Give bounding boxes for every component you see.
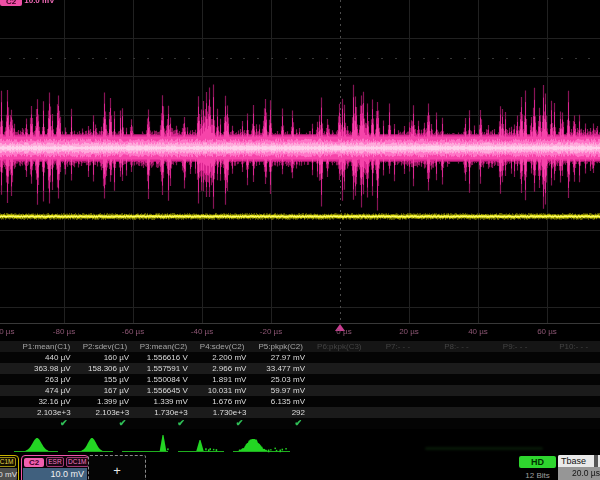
measure-cell: 2.103e+3	[76, 407, 135, 418]
measure-cell	[427, 396, 486, 407]
measure-cell: 440 µV	[17, 352, 76, 363]
measure-cell: 474 µV	[17, 385, 76, 396]
measure-column-7: P7:- - -	[369, 341, 428, 429]
channel-c1-descriptor[interactable]: DC1M 10.0 mV	[0, 455, 19, 480]
measure-cell: 1.676 mV	[193, 396, 252, 407]
timebase-descriptor[interactable]: Tbase 20.0 µs	[558, 455, 600, 480]
c1-coupling-badge: DC1M	[0, 457, 16, 467]
measure-cell: 1.556645 V	[134, 385, 193, 396]
measure-cell: 1.339 mV	[134, 396, 193, 407]
measure-cell: 59.97 mV	[251, 385, 310, 396]
measure-header[interactable]: P5:pkpk(C2)	[251, 341, 310, 352]
measure-header[interactable]: P10:- - -	[544, 341, 600, 352]
measure-cell: 32.16 µV	[17, 396, 76, 407]
measure-cell	[427, 352, 486, 363]
measure-status	[310, 418, 369, 429]
time-axis-label: 60 µs	[537, 327, 557, 336]
time-axis-label: 20 µs	[399, 327, 419, 336]
descriptor-bar: DC1M 10.0 mV C2 ESR DC1M 10.0 mV + HD 12…	[0, 453, 600, 480]
channel-c2-descriptor[interactable]: C2 ESR DC1M 10.0 mV	[21, 455, 89, 480]
measure-cell: 2.103e+3	[17, 407, 76, 418]
measure-cell	[310, 352, 369, 363]
measure-cell: 10.031 mV	[193, 385, 252, 396]
histicon-smear	[425, 447, 543, 450]
trace-annotation-value: 10.0 mV	[24, 0, 54, 6]
measure-cell: 363.98 µV	[17, 363, 76, 374]
measure-cell	[544, 352, 600, 363]
measure-status: ✔	[134, 418, 193, 429]
time-axis-label: 40 µs	[468, 327, 488, 336]
measure-cell	[486, 374, 545, 385]
oscilloscope-screen: C2 10.0 mV -100 µs-80 µs-60 µs-40 µs-20 …	[0, 0, 600, 480]
measure-cell: 1.730e+3	[134, 407, 193, 418]
measure-column-3: P3:mean(C2)1.556616 V1.557591 V1.550084 …	[134, 341, 193, 429]
plus-icon: +	[113, 463, 121, 478]
measure-cell: 155 µV	[76, 374, 135, 385]
hd-mode-badge[interactable]: HD	[519, 456, 556, 468]
measure-cell	[369, 385, 428, 396]
time-axis-label: 0 µs	[336, 327, 351, 336]
measure-column-2: P2:sdev(C1)160 µV158.306 µV155 µV167 µV1…	[76, 341, 135, 429]
measure-column-1: P1:mean(C1)440 µV363.98 µV263 µV474 µV32…	[17, 341, 76, 429]
measure-header[interactable]: P4:sdev(C2)	[193, 341, 252, 352]
waveform-traces	[0, 0, 600, 324]
measure-cell	[486, 385, 545, 396]
c2-coupling-badge: DC1M	[66, 457, 89, 467]
measure-cell	[544, 374, 600, 385]
measure-cell	[544, 396, 600, 407]
measure-header[interactable]: P2:sdev(C1)	[76, 341, 135, 352]
measure-status: ✔	[193, 418, 252, 429]
measure-table: P1:mean(C1)440 µV363.98 µV263 µV474 µV32…	[0, 341, 600, 429]
measure-header[interactable]: P3:mean(C2)	[134, 341, 193, 352]
measure-cell: 6.135 mV	[251, 396, 310, 407]
measure-cell	[486, 352, 545, 363]
trace-annotation-channel: C2	[0, 0, 22, 6]
c2-esr-badge: ESR	[46, 457, 64, 467]
measure-status: ✔	[17, 418, 76, 429]
measure-cell: 1.557591 V	[134, 363, 193, 374]
measure-cell	[310, 396, 369, 407]
measure-cell: 167 µV	[76, 385, 135, 396]
measure-cell	[544, 385, 600, 396]
measure-header[interactable]: P9:- - -	[486, 341, 545, 352]
measure-cell	[310, 363, 369, 374]
measure-header[interactable]: P8:- - -	[427, 341, 486, 352]
measure-cell	[310, 385, 369, 396]
time-axis-label: -80 µs	[53, 327, 75, 336]
hd-bits-label: 12 Bits	[519, 471, 556, 480]
time-axis-label: -20 µs	[260, 327, 282, 336]
measure-cell: 1.730e+3	[193, 407, 252, 418]
measure-cell	[486, 363, 545, 374]
measure-cell: 263 µV	[17, 374, 76, 385]
measure-cell: 27.97 mV	[251, 352, 310, 363]
timebase-title: Tbase	[558, 455, 600, 467]
measure-column-4: P4:sdev(C2)2.200 mV2.966 mV1.891 mV10.03…	[193, 341, 252, 429]
measure-cell	[486, 407, 545, 418]
measure-status: ✔	[251, 418, 310, 429]
measure-cell	[486, 396, 545, 407]
measure-cell	[427, 374, 486, 385]
measure-cell: 2.966 mV	[193, 363, 252, 374]
measure-cell: 158.306 µV	[76, 363, 135, 374]
time-axis: -100 µs-80 µs-60 µs-40 µs-20 µs0 µs20 µs…	[0, 324, 600, 341]
measure-cell	[310, 374, 369, 385]
measure-column-5: P5:pkpk(C2)27.97 mV33.477 mV25.03 mV59.9…	[251, 341, 310, 429]
measure-header[interactable]: P7:- - -	[369, 341, 428, 352]
trace-annotation: C2 10.0 mV	[0, 0, 54, 6]
add-trace-button[interactable]: +	[88, 455, 146, 480]
measure-cell	[544, 363, 600, 374]
measure-cell	[369, 363, 428, 374]
measure-status: ✔	[76, 418, 135, 429]
measure-header[interactable]: P6:pkpk(C3)	[310, 341, 369, 352]
measure-cell: 33.477 mV	[251, 363, 310, 374]
measure-cell	[369, 396, 428, 407]
measure-cell: 160 µV	[76, 352, 135, 363]
measure-column-6: P6:pkpk(C3)	[310, 341, 369, 429]
measure-cell: 1.399 µV	[76, 396, 135, 407]
measure-cell	[369, 407, 428, 418]
measure-header[interactable]: P1:mean(C1)	[17, 341, 76, 352]
measure-column-10: P10:- - -	[544, 341, 600, 429]
measure-status	[427, 418, 486, 429]
measure-cell: 2.200 mV	[193, 352, 252, 363]
measure-cell: 1.891 mV	[193, 374, 252, 385]
